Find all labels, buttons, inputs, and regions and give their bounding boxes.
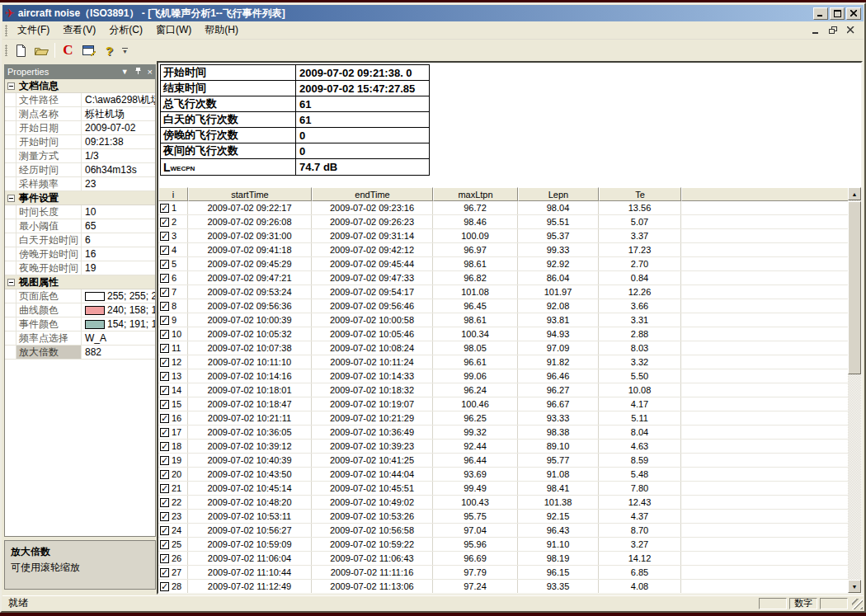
row-checkbox[interactable]: ✓	[160, 526, 169, 535]
property-row[interactable]: 曲线颜色240; 158; 15	[5, 303, 155, 317]
resize-grip-icon[interactable]	[852, 599, 863, 609]
property-value[interactable]: 255; 255; 25	[82, 289, 155, 303]
row-checkbox[interactable]: ✓	[160, 498, 169, 507]
c-weighting-button[interactable]: C	[59, 41, 78, 59]
collapse-icon[interactable]	[7, 279, 15, 286]
toolbar-grip[interactable]	[5, 45, 7, 56]
table-row[interactable]: ✓32009-07-02 09:31:002009-07-02 09:31:14…	[158, 229, 848, 243]
table-row[interactable]: ✓42009-07-02 09:41:182009-07-02 09:42:12…	[158, 243, 848, 257]
property-value[interactable]: 882	[82, 346, 155, 359]
vertical-scrollbar[interactable]: ▲ ▼	[848, 187, 861, 593]
property-value[interactable]: C:\awa6298\机场	[82, 93, 155, 106]
table-row[interactable]: ✓142009-07-02 10:18:012009-07-02 10:18:3…	[158, 383, 848, 397]
property-row[interactable]: 开始日期2009-07-02	[5, 121, 155, 135]
help-button[interactable]: ?	[100, 41, 119, 59]
row-checkbox[interactable]: ✓	[160, 274, 169, 283]
property-value[interactable]: 1/3	[82, 149, 155, 162]
table-row[interactable]: ✓272009-07-02 11:10:442009-07-02 11:11:1…	[158, 566, 848, 580]
table-row[interactable]: ✓252009-07-02 10:59:092009-07-02 10:59:2…	[158, 538, 848, 552]
table-row[interactable]: ✓112009-07-02 10:07:382009-07-02 10:08:2…	[158, 341, 848, 355]
table-row[interactable]: ✓12009-07-02 09:22:172009-07-02 09:23:16…	[158, 201, 848, 215]
table-row[interactable]: ✓202009-07-02 10:43:502009-07-02 10:44:0…	[158, 468, 848, 482]
property-row[interactable]: 测点名称栎社机场	[5, 107, 155, 121]
row-checkbox[interactable]: ✓	[160, 428, 169, 437]
column-header-te[interactable]: Te	[599, 187, 681, 201]
property-value[interactable]: 19	[82, 261, 155, 275]
table-row[interactable]: ✓72009-07-02 09:53:242009-07-02 09:54:17…	[158, 285, 848, 299]
menu-item-analysis[interactable]: 分析(C)	[102, 21, 149, 40]
properties-panel-header[interactable]: Properties ▼ ×	[4, 64, 156, 79]
table-row[interactable]: ✓162009-07-02 10:21:112009-07-02 10:21:2…	[158, 411, 848, 426]
row-checkbox[interactable]: ✓	[160, 386, 169, 395]
property-row[interactable]: 测量方式1/3	[5, 149, 155, 163]
row-checkbox[interactable]: ✓	[160, 302, 169, 311]
property-value[interactable]: 06h34m13s	[82, 163, 155, 176]
column-header-lepn[interactable]: Lepn	[518, 187, 599, 201]
menu-item-window[interactable]: 窗口(W)	[149, 21, 198, 40]
row-checkbox[interactable]: ✓	[160, 372, 169, 381]
row-checkbox[interactable]: ✓	[160, 554, 169, 563]
column-header-i[interactable]: i	[158, 187, 188, 201]
property-row[interactable]: 时间长度10	[5, 205, 155, 219]
new-document-button[interactable]	[12, 41, 31, 59]
property-value[interactable]: 09:21:38	[82, 135, 155, 148]
table-row[interactable]: ✓222009-07-02 10:48:202009-07-02 10:49:0…	[158, 496, 848, 510]
property-row[interactable]: 采样频率23	[5, 177, 155, 191]
property-row[interactable]: 最小阈值65	[5, 219, 155, 233]
table-row[interactable]: ✓262009-07-02 11:06:042009-07-02 11:06:4…	[158, 552, 848, 566]
table-row[interactable]: ✓182009-07-02 10:39:122009-07-02 10:39:2…	[158, 440, 848, 454]
row-checkbox[interactable]: ✓	[160, 288, 169, 297]
mdi-minimize-button[interactable]	[811, 26, 821, 35]
column-header-starttime[interactable]: startTime	[188, 187, 312, 201]
table-row[interactable]: ✓212009-07-02 10:45:142009-07-02 10:45:5…	[158, 482, 848, 496]
table-row[interactable]: ✓132009-07-02 10:14:162009-07-02 10:14:3…	[158, 369, 848, 383]
row-checkbox[interactable]: ✓	[160, 246, 169, 255]
scrollbar-thumb[interactable]	[848, 201, 861, 374]
chevron-down-icon[interactable]: ▼	[121, 68, 129, 76]
minimize-button[interactable]	[813, 7, 828, 20]
row-checkbox[interactable]: ✓	[160, 512, 169, 521]
pin-icon[interactable]	[134, 67, 142, 77]
table-row[interactable]: ✓22009-07-02 09:26:082009-07-02 09:26:23…	[158, 215, 848, 229]
maximize-button[interactable]	[830, 7, 845, 20]
row-checkbox[interactable]: ✓	[160, 358, 169, 367]
table-row[interactable]: ✓52009-07-02 09:45:292009-07-02 09:45:44…	[158, 257, 848, 271]
menu-item-help[interactable]: 帮助(H)	[198, 21, 245, 40]
row-checkbox[interactable]: ✓	[160, 540, 169, 549]
row-checkbox[interactable]: ✓	[160, 568, 169, 577]
properties-button[interactable]	[79, 41, 98, 59]
property-row[interactable]: 频率点选择W_A	[5, 332, 155, 346]
table-row[interactable]: ✓152009-07-02 10:18:472009-07-02 10:19:0…	[158, 397, 848, 411]
column-header-maxltpn[interactable]: maxLtpn	[433, 187, 518, 201]
row-checkbox[interactable]: ✓	[160, 260, 169, 269]
table-row[interactable]: ✓92009-07-02 10:00:392009-07-02 10:00:58…	[158, 313, 848, 327]
property-section-header[interactable]: 文档信息	[5, 79, 155, 93]
row-checkbox[interactable]: ✓	[160, 414, 169, 423]
menu-item-file[interactable]: 文件(F)	[11, 21, 56, 40]
row-checkbox[interactable]: ✓	[160, 470, 169, 479]
column-header-endtime[interactable]: endTime	[312, 187, 433, 201]
row-checkbox[interactable]: ✓	[160, 582, 169, 591]
table-row[interactable]: ✓102009-07-02 10:05:322009-07-02 10:05:4…	[158, 327, 848, 341]
property-value[interactable]: W_A	[82, 332, 155, 345]
menu-grip[interactable]	[5, 25, 7, 36]
property-row[interactable]: 白天开始时间6	[5, 233, 155, 247]
property-value[interactable]: 154; 191; 18	[82, 317, 155, 331]
property-value[interactable]: 23	[82, 177, 155, 190]
table-row[interactable]: ✓62009-07-02 09:47:212009-07-02 09:47:33…	[158, 271, 848, 285]
property-section-header[interactable]: 事件设置	[5, 191, 155, 205]
property-value[interactable]: 65	[82, 219, 155, 233]
scroll-up-button[interactable]: ▲	[848, 187, 861, 200]
row-checkbox[interactable]: ✓	[160, 316, 169, 325]
property-value[interactable]: 16	[82, 247, 155, 261]
property-value[interactable]: 2009-07-02	[82, 121, 155, 134]
table-row[interactable]: ✓242009-07-02 10:56:272009-07-02 10:56:5…	[158, 524, 848, 538]
row-checkbox[interactable]: ✓	[160, 330, 169, 339]
property-row[interactable]: 经历时间06h34m13s	[5, 163, 155, 177]
property-value[interactable]: 6	[82, 233, 155, 247]
toolbar-overflow-button[interactable]: ▼	[120, 41, 130, 59]
row-checkbox[interactable]: ✓	[160, 204, 169, 213]
table-row[interactable]: ✓172009-07-02 10:36:052009-07-02 10:36:4…	[158, 426, 848, 440]
close-icon[interactable]: ×	[148, 68, 153, 76]
property-row[interactable]: 开始时间09:21:38	[5, 135, 155, 149]
